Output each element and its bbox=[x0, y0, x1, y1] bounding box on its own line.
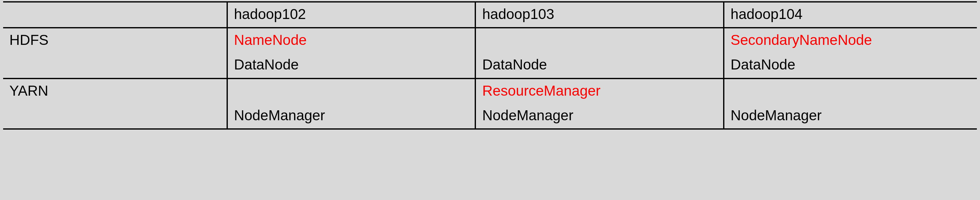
table-header-row: hadoop102 hadoop103 hadoop104 bbox=[3, 2, 977, 28]
yarn-label: YARN bbox=[3, 79, 227, 104]
hdfs-h103-secondary: DataNode bbox=[475, 53, 724, 78]
yarn-row-primary: YARN ResourceManager bbox=[3, 79, 977, 104]
yarn-h102-secondary: NodeManager bbox=[227, 104, 476, 129]
hdfs-h102-secondary: DataNode bbox=[227, 53, 476, 78]
yarn-row-secondary: NodeManager NodeManager NodeManager bbox=[3, 104, 977, 129]
yarn-label-blank bbox=[3, 104, 227, 129]
hdfs-label: HDFS bbox=[3, 28, 227, 53]
yarn-h104-secondary: NodeManager bbox=[724, 104, 977, 129]
header-hadoop103: hadoop103 bbox=[475, 2, 724, 28]
hdfs-h103-primary bbox=[475, 28, 724, 53]
hdfs-row-secondary: DataNode DataNode DataNode bbox=[3, 53, 977, 78]
cluster-layout-table: hadoop102 hadoop103 hadoop104 HDFS NameN… bbox=[3, 1, 977, 129]
header-hadoop102: hadoop102 bbox=[227, 2, 476, 28]
hdfs-label-blank bbox=[3, 53, 227, 78]
yarn-h104-primary bbox=[724, 79, 977, 104]
yarn-h103-primary: ResourceManager bbox=[475, 79, 724, 104]
header-blank bbox=[3, 2, 227, 28]
hdfs-h104-secondary: DataNode bbox=[724, 53, 977, 78]
hdfs-row-primary: HDFS NameNode SecondaryNameNode bbox=[3, 28, 977, 53]
hdfs-h102-primary: NameNode bbox=[227, 28, 476, 53]
hdfs-h104-primary: SecondaryNameNode bbox=[724, 28, 977, 53]
yarn-h102-primary bbox=[227, 79, 476, 104]
header-hadoop104: hadoop104 bbox=[724, 2, 977, 28]
yarn-h103-secondary: NodeManager bbox=[475, 104, 724, 129]
